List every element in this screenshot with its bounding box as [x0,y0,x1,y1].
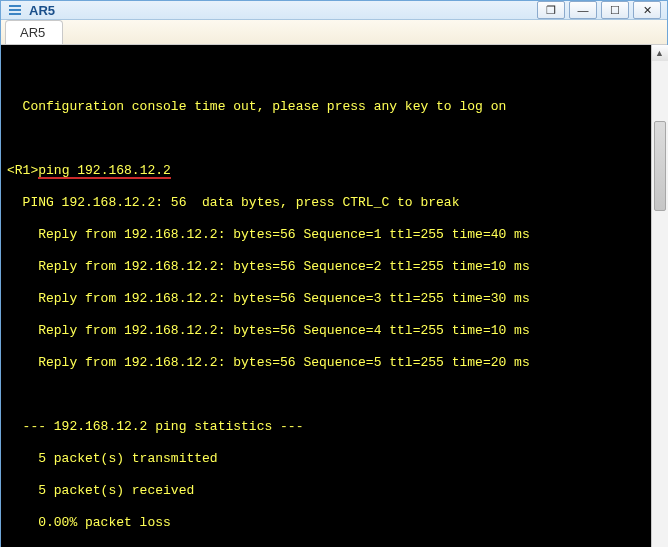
app-window: AR5 ❐ — ☐ ✕ AR5 Configuration console ti… [0,0,668,547]
terminal-line: --- 192.168.12.2 ping statistics --- [7,419,645,435]
terminal-line [7,387,645,403]
terminal-line: Reply from 192.168.12.2: bytes=56 Sequen… [7,355,645,371]
terminal-line [7,67,645,83]
terminal-line: Reply from 192.168.12.2: bytes=56 Sequen… [7,227,645,243]
terminal-line: Reply from 192.168.12.2: bytes=56 Sequen… [7,259,645,275]
prompt-open: < [7,163,15,178]
maximize-button[interactable]: ☐ [601,1,629,19]
window-title: AR5 [29,3,55,18]
vertical-scrollbar[interactable]: ▲ ▼ [651,45,667,547]
app-icon [7,2,23,18]
terminal-line: 0.00% packet loss [7,515,645,531]
prompt-host: R1 [15,163,31,178]
close-button[interactable]: ✕ [633,1,661,19]
tab-strip: AR5 [1,20,667,45]
terminal[interactable]: Configuration console time out, please p… [1,45,651,547]
terminal-line: Reply from 192.168.12.2: bytes=56 Sequen… [7,291,645,307]
terminal-wrap: Configuration console time out, please p… [1,45,667,547]
titlebar[interactable]: AR5 ❐ — ☐ ✕ [1,1,667,20]
terminal-line: 5 packet(s) transmitted [7,451,645,467]
terminal-line: Configuration console time out, please p… [7,99,645,115]
terminal-line: Reply from 192.168.12.2: bytes=56 Sequen… [7,323,645,339]
restore-button[interactable]: ❐ [537,1,565,19]
terminal-line: 5 packet(s) received [7,483,645,499]
command-text: ping 192.168.12.2 [38,163,171,178]
minimize-button[interactable]: — [569,1,597,19]
terminal-line [7,131,645,147]
terminal-line: PING 192.168.12.2: 56 data bytes, press … [7,195,645,211]
tab-ar5[interactable]: AR5 [5,20,63,44]
scroll-thumb[interactable] [654,121,666,211]
terminal-line: <R1>ping 192.168.12.2 [7,163,645,179]
tab-label: AR5 [20,25,45,40]
scroll-track[interactable] [652,61,668,547]
scroll-up-button[interactable]: ▲ [652,45,668,61]
window-controls: ❐ — ☐ ✕ [537,1,667,19]
